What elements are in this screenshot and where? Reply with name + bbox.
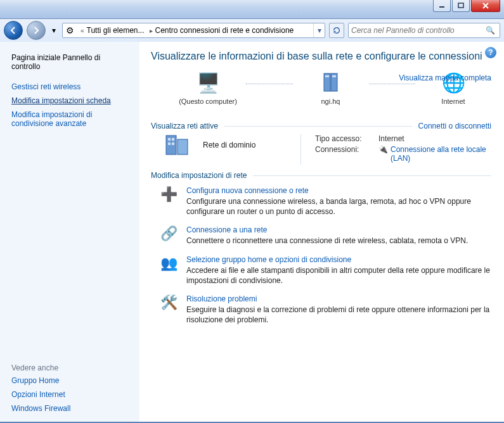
svg-rect-12 [168, 142, 171, 145]
section-title: Modifica impostazioni di rete [151, 171, 247, 180]
task-desc: Connettere o riconnettere una connession… [186, 236, 491, 246]
map-connector [246, 84, 293, 84]
close-button[interactable] [471, 0, 500, 12]
task-title[interactable]: Connessione a una rete [186, 225, 491, 234]
breadcrumb-dropdown[interactable]: ▾ [313, 23, 325, 37]
forward-button[interactable] [27, 21, 46, 40]
task-title[interactable]: Configura nuova connessione o rete [186, 186, 491, 195]
breadcrumb[interactable]: ⚙ « Tutti gli elemen... ▸ Centro conness… [62, 23, 325, 38]
task-title[interactable]: Selezione gruppo home e opzioni di condi… [186, 255, 491, 264]
task-troubleshoot[interactable]: 🛠️ Risoluzione problemiEseguire la diagn… [160, 294, 491, 325]
connect-disconnect-link[interactable]: Connetti o disconnetti [418, 122, 491, 130]
navbar: ▾ ⚙ « Tutti gli elemen... ▸ Centro conne… [0, 19, 504, 42]
back-button[interactable] [4, 21, 23, 40]
titlebar [0, 0, 504, 19]
server-icon [321, 68, 340, 96]
network-details: Tipo accesso:Internet Connessioni:🔌Conne… [300, 134, 491, 165]
task-desc: Configurare una connessione wireless, a … [186, 196, 491, 217]
map-connector [369, 84, 416, 84]
sidebar-seealso-homegroup[interactable]: Gruppo Home [11, 374, 131, 388]
sidebar: Pagina iniziale Pannello di controllo Ge… [0, 42, 139, 422]
client-area: Pagina iniziale Pannello di controllo Ge… [0, 42, 504, 422]
svg-rect-13 [172, 142, 174, 145]
troubleshoot-icon: 🛠️ [160, 294, 178, 311]
map-node-gateway: ngi.hq [293, 68, 369, 115]
chevron-right-icon: ▸ [146, 27, 154, 34]
sidebar-seealso-internet-options[interactable]: Opzioni Internet [11, 388, 131, 401]
computer-icon: 🖥️ [197, 68, 220, 96]
sidebar-item-adapter-settings[interactable]: Modifica impostazioni scheda [11, 94, 131, 108]
task-connect-network[interactable]: 🔗 Connessione a una reteConnettere o ric… [160, 225, 491, 246]
task-new-connection[interactable]: ➕ Configura nuova connessione o reteConf… [160, 186, 491, 217]
maximize-button[interactable] [452, 0, 470, 12]
sidebar-item-wireless[interactable]: Gestisci reti wireless [11, 80, 131, 94]
access-label: Tipo accesso: [315, 134, 378, 143]
globe-icon: 🌐 [442, 68, 465, 96]
svg-rect-11 [172, 138, 174, 141]
full-map-link[interactable]: Visualizza mappa completa [399, 73, 491, 82]
page-title: Visualizzare le informazioni di base sul… [151, 51, 491, 62]
map-label: Internet [441, 98, 465, 115]
task-title[interactable]: Risoluzione problemi [186, 294, 491, 303]
map-label: ngi.hq [321, 98, 340, 115]
breadcrumb-item[interactable]: Tutti gli elemen... [86, 26, 146, 35]
map-node-computer: 🖥️ (Questo computer) [170, 68, 246, 115]
help-icon[interactable]: ? [485, 47, 496, 58]
lan-icon: 🔌 [378, 145, 388, 154]
connect-network-icon: 🔗 [160, 225, 178, 242]
network-building-icon [164, 134, 194, 165]
network-settings-section: Modifica impostazioni di rete ➕ Configur… [151, 171, 491, 325]
main-panel: ? Visualizzare le informazioni di base s… [139, 42, 504, 422]
homegroup-icon: 👥 [160, 255, 178, 272]
network-name: Rete di dominio [203, 134, 292, 149]
section-title: Visualizza reti attive [151, 122, 218, 130]
search-icon[interactable]: 🔍 [486, 26, 497, 35]
task-desc: Accedere ai file e alle stampanti dispon… [186, 265, 491, 286]
sidebar-seealso-firewall[interactable]: Windows Firewall [11, 401, 131, 415]
svg-rect-9 [178, 139, 188, 155]
map-label: (Questo computer) [179, 98, 237, 115]
breadcrumb-item[interactable]: Centro connessioni di rete e condivision… [154, 26, 295, 35]
refresh-button[interactable] [329, 23, 344, 38]
breadcrumb-prefix: « [77, 27, 86, 34]
access-value: Internet [378, 134, 491, 143]
svg-rect-1 [458, 3, 463, 8]
sidebar-home[interactable]: Pagina iniziale Pannello di controllo [11, 51, 131, 73]
sidebar-item-advanced-sharing[interactable]: Modifica impostazioni di condivisione av… [11, 108, 131, 130]
connection-value: Connessione alla rete locale (LAN) [391, 145, 491, 163]
history-dropdown[interactable]: ▾ [49, 22, 58, 39]
svg-rect-10 [168, 138, 171, 141]
control-panel-icon: ⚙ [63, 25, 77, 35]
search-input[interactable] [351, 26, 486, 35]
see-also-header: Vedere anche [11, 363, 131, 372]
task-list: ➕ Configura nuova connessione o reteConf… [151, 186, 491, 325]
minimize-button[interactable] [433, 0, 451, 12]
svg-rect-6 [325, 75, 329, 77]
svg-rect-8 [166, 136, 176, 155]
task-homegroup[interactable]: 👥 Selezione gruppo home e opzioni di con… [160, 255, 491, 286]
task-desc: Eseguire la diagnosi e la correzione di … [186, 305, 491, 325]
active-networks-section: Visualizza reti attive Connetti o discon… [151, 122, 491, 165]
active-network: Rete di dominio Tipo accesso:Internet Co… [164, 134, 491, 165]
connection-link[interactable]: 🔌Connessione alla rete locale (LAN) [378, 145, 491, 163]
connections-label: Connessioni: [315, 145, 378, 163]
new-connection-icon: ➕ [160, 186, 178, 203]
svg-rect-7 [332, 75, 336, 77]
search-box[interactable]: 🔍 [348, 23, 500, 38]
